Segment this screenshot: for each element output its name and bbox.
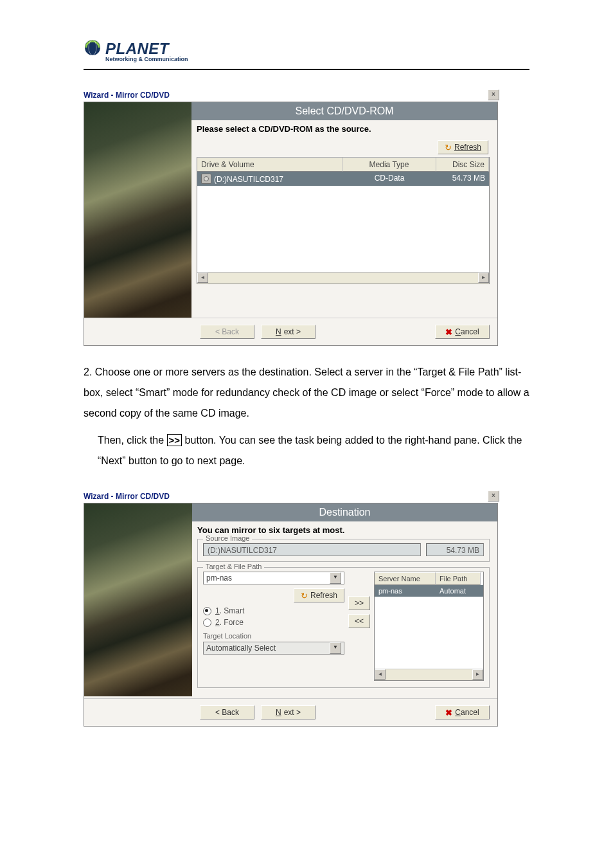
- col-server-name[interactable]: Server Name: [375, 572, 436, 585]
- cancel-icon: ✖: [445, 327, 452, 337]
- back-button: < Back: [200, 325, 254, 339]
- window-title: Wizard - Mirror CD/DVD: [84, 91, 170, 100]
- drive-row-selected[interactable]: (D:)NASUTILCD317 CD-Data 54.73 MB: [197, 172, 489, 186]
- next-button[interactable]: Next >: [261, 325, 315, 339]
- horizontal-scrollbar[interactable]: ◄ ►: [197, 272, 489, 284]
- step-banner: Select CD/DVD-ROM: [191, 102, 497, 120]
- close-icon[interactable]: ×: [488, 491, 499, 502]
- radio-smart[interactable]: 1. Smart: [203, 606, 344, 615]
- wizard-side-image: [84, 102, 191, 318]
- scroll-left-icon[interactable]: ◄: [197, 273, 208, 283]
- radio-smart-label: 1. Smart: [215, 606, 244, 615]
- step2-text: 2. Choose one or more servers as the des…: [84, 362, 529, 471]
- cell-server-name: pm-nas: [375, 585, 436, 597]
- refresh-label: Refresh: [310, 591, 337, 600]
- close-icon[interactable]: ×: [488, 89, 499, 100]
- server-select[interactable]: pm-nas ▼: [203, 572, 344, 584]
- radio-force-label: 2. Force: [215, 618, 244, 627]
- radio-force[interactable]: 2. Force: [203, 618, 344, 627]
- cancel-button[interactable]: ✖ Cancel: [435, 325, 490, 339]
- refresh-label: Refresh: [454, 143, 481, 152]
- location-select[interactable]: Automatically Select ▼: [203, 642, 344, 655]
- header-divider: [84, 69, 529, 70]
- horizontal-scrollbar[interactable]: ◄ ►: [375, 669, 483, 680]
- globe-icon: [84, 39, 102, 59]
- step-banner: Destination: [192, 503, 497, 521]
- cell-size: 54.73 MB: [436, 172, 489, 186]
- drive-list[interactable]: Drive & Volume Media Type Disc Size (D:)…: [197, 157, 490, 284]
- chevron-down-icon[interactable]: ▼: [330, 642, 341, 654]
- next-button[interactable]: Next >: [261, 705, 315, 719]
- brand-name: PLANET: [105, 40, 169, 58]
- col-file-path[interactable]: File Path: [436, 572, 481, 585]
- targets-grid[interactable]: Server Name File Path pm-nas Automat ◄ ►: [374, 572, 484, 681]
- col-media-type[interactable]: Media Type: [342, 158, 436, 172]
- instruction-text: You can mirror to six targets at most.: [197, 525, 490, 535]
- cell-media: CD-Data: [342, 172, 436, 186]
- refresh-button[interactable]: ↻ Refresh: [294, 588, 344, 602]
- cell-drive: (D:)NASUTILCD317: [214, 175, 283, 184]
- cell-file-path: Automat: [436, 585, 481, 597]
- refresh-button[interactable]: ↻ Refresh: [438, 140, 488, 154]
- targets-grid-row[interactable]: pm-nas Automat: [375, 585, 483, 597]
- instruction-text: Please select a CD/DVD-ROM as the source…: [197, 124, 490, 134]
- scroll-right-icon[interactable]: ►: [478, 273, 489, 283]
- source-size-field: 54.73 MB: [426, 543, 484, 556]
- step2-lead: 2. Choose one or more servers as the des…: [84, 362, 529, 424]
- radio-icon: [203, 619, 211, 627]
- col-drive-volume[interactable]: Drive & Volume: [197, 158, 342, 172]
- svg-point-0: [85, 40, 100, 55]
- group-label: Target & File Path: [203, 563, 264, 570]
- source-image-group: Source Image (D:)NASUTILCD317 54.73 MB: [197, 539, 490, 562]
- group-label: Source Image: [203, 534, 252, 542]
- screenshot-select-cddvd: Wizard - Mirror CD/DVD × Select CD/DVD-R…: [84, 89, 499, 346]
- refresh-icon: ↻: [445, 143, 452, 152]
- cancel-button[interactable]: ✖ Cancel: [435, 705, 490, 719]
- server-select-value: pm-nas: [206, 574, 232, 583]
- location-select-value: Automatically Select: [206, 644, 276, 653]
- wizard-side-image: [84, 503, 192, 696]
- refresh-icon: ↻: [301, 592, 308, 600]
- window-title: Wizard - Mirror CD/DVD: [84, 492, 170, 501]
- page-header: PLANET Networking & Communication: [84, 39, 529, 62]
- chevron-down-icon[interactable]: ▼: [330, 572, 341, 584]
- add-target-button[interactable]: >>: [348, 596, 370, 610]
- target-path-group: Target & File Path pm-nas ▼ ↻: [197, 567, 490, 688]
- remove-target-button[interactable]: <<: [348, 614, 370, 628]
- brand-tagline: Networking & Communication: [105, 56, 529, 62]
- cancel-icon: ✖: [445, 708, 452, 718]
- radio-icon: [203, 607, 211, 615]
- scroll-right-icon[interactable]: ►: [472, 669, 483, 680]
- screenshot-destination: Wizard - Mirror CD/DVD × Destination You…: [84, 491, 499, 727]
- source-path-field: (D:)NASUTILCD317: [203, 543, 421, 556]
- col-disc-size[interactable]: Disc Size: [436, 158, 489, 172]
- step2-then: Then, click the >> button. You can see t…: [84, 430, 529, 471]
- target-location-label: Target Location: [203, 632, 344, 640]
- cd-drive-icon: [201, 174, 211, 184]
- arrow-box-inline: >>: [167, 434, 182, 446]
- scroll-left-icon[interactable]: ◄: [375, 669, 386, 680]
- back-button[interactable]: < Back: [200, 705, 254, 719]
